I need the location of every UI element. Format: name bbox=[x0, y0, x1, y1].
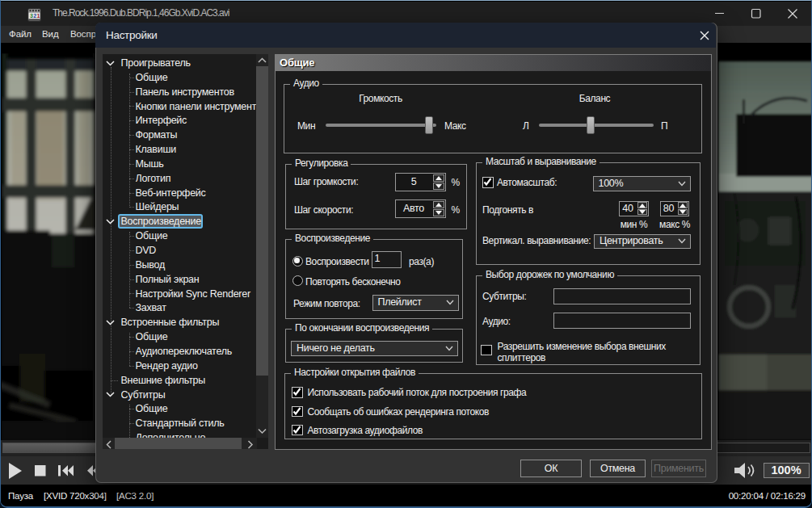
svg-text:1: 1 bbox=[36, 13, 40, 19]
svg-text:100%: 100% bbox=[771, 464, 801, 477]
